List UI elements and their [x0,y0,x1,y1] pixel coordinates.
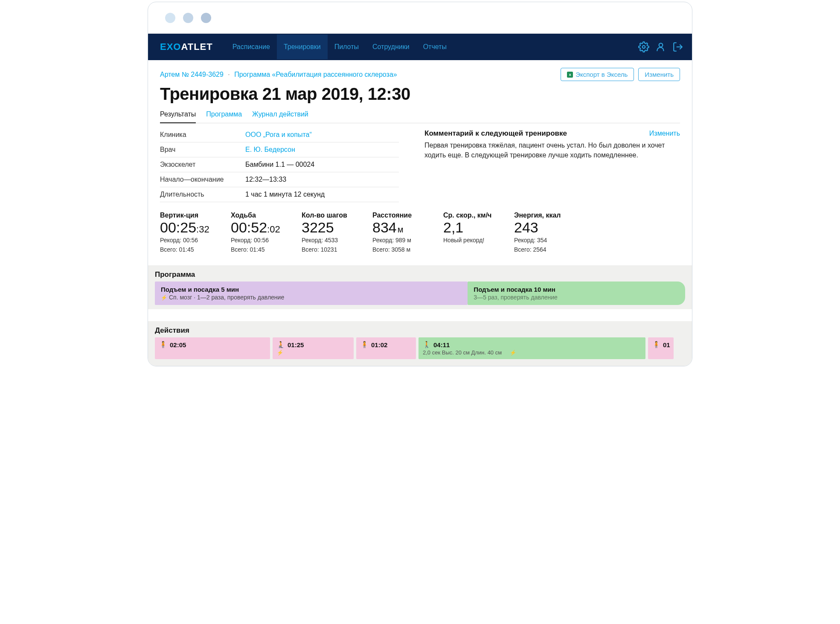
browser-window: EXOATLET Расписание Тренировки Пилоты Со… [148,2,692,366]
clinic-link[interactable]: ООО „Рога и копыта“ [245,131,312,139]
bolt-icon [161,294,167,301]
sitting-icon [277,341,285,348]
logo-accent: EXO [160,41,181,52]
gear-icon[interactable] [638,41,649,52]
info-start-end: Начало—окончание 12:32—13:33 [160,172,399,187]
content-area: Артем № 2449-3629 · Программа «Реабилита… [148,60,692,253]
program-timeline: Подъем и посадка 5 мин Сп. мозг · 1—2 ра… [148,282,692,309]
info-table: Клиника ООО „Рога и копыта“ Врач Е. Ю. Б… [160,128,399,202]
stat-label: Энергия, ккал [514,212,574,219]
walking-icon [423,341,431,348]
action-block[interactable]: 04:11 2,0 сек Выс. 20 см Длин. 40 см [419,337,645,359]
info-label: Клиника [160,131,245,139]
info-value: Бамбини 1.1 — 00024 [245,161,314,168]
program-block-title: Подъем и посадка 10 мин [474,286,679,293]
svg-point-1 [659,43,663,47]
page-title: Тренировка 21 мар 2019, 12:30 [160,84,680,104]
logout-icon[interactable] [672,41,683,52]
info-label: Экзоскелет [160,161,245,168]
action-row: 04:11 [423,341,641,348]
comment-body: Первая тренировка тяжёлая, пациент очень… [424,140,680,160]
doctor-link[interactable]: Е. Ю. Бедерсон [245,146,295,154]
info-label: Начало—окончание [160,176,245,183]
logo-rest: ATLET [181,41,212,52]
stat-total: Всего: 10231 [302,246,361,253]
actions-timeline: 02:05 01:25 01:02 04:11 2,0 сек Выс. 20 … [148,337,692,366]
comment-edit-link[interactable]: Изменить [649,130,680,137]
program-block-detail: Сп. мозг · 1—2 раза, проверять давление [161,294,462,301]
stat-distance: Расстояние 834м Рекорд: 989 м Всего: 305… [372,212,432,253]
details-columns: Клиника ООО „Рога и копыта“ Врач Е. Ю. Б… [160,128,680,202]
stat-total: Всего: 2564 [514,246,574,253]
user-icon[interactable] [655,41,666,52]
bolt-icon [277,349,283,356]
stat-value: 3225 [302,220,361,235]
tab-results[interactable]: Результаты [160,108,196,123]
stat-energy: Энергия, ккал 243 Рекорд: 354 Всего: 256… [514,212,574,253]
stat-speed: Ср. скор., км/ч 2,1 Новый рекорд! [443,212,503,253]
stat-total: Всего: 01:45 [160,246,220,253]
info-label: Длительность [160,191,245,198]
stat-record: Рекорд: 989 м [372,236,432,244]
standing-icon [652,341,660,348]
stat-label: Вертик-ция [160,212,220,219]
stat-label: Кол-во шагов [302,212,361,219]
action-row: 01:25 [277,341,349,348]
actions-header: Действия [148,321,692,337]
stat-vertical: Вертик-ция 00:25:32 Рекорд: 00:56 Всего:… [160,212,220,253]
stat-label: Ср. скор., км/ч [443,212,503,219]
nav-trainings[interactable]: Тренировки [277,35,328,59]
breadcrumb-row: Артем № 2449-3629 · Программа «Реабилита… [160,68,680,81]
action-detail [277,349,349,356]
info-clinic: Клиника ООО „Рога и копыта“ [160,128,399,142]
program-block-detail: 3—5 раз, проверять давление [474,294,679,301]
action-row: 02:05 [159,341,266,348]
svg-point-0 [642,46,645,49]
info-value: 1 час 1 минута 12 секунд [245,191,325,198]
bolt-icon [510,349,516,356]
stat-value: 00:25:32 [160,220,220,235]
info-doctor: Врач Е. Ю. Бедерсон [160,142,399,157]
info-value: 12:32—13:33 [245,176,286,183]
action-row: 01:02 [360,341,412,348]
window-dot [183,13,193,23]
program-block[interactable]: Подъем и посадка 5 мин Сп. мозг · 1—2 ра… [155,282,468,305]
stat-total: Всего: 3058 м [372,246,432,253]
logo[interactable]: EXOATLET [160,41,213,52]
stat-record: Рекорд: 354 [514,236,574,244]
edit-button[interactable]: Изменить [638,68,680,81]
program-block[interactable]: Подъем и посадка 10 мин 3—5 раз, проверя… [468,282,685,305]
action-block[interactable]: 01:25 [273,337,354,359]
comment-header: Комментарий к следующей тренировке Измен… [424,129,680,138]
stat-record: Новый рекорд! [443,236,503,244]
nav-employees[interactable]: Сотрудники [366,35,416,59]
stat-record: Рекорд: 00:56 [160,236,220,244]
info-duration: Длительность 1 час 1 минута 12 секунд [160,187,399,202]
nav-reports[interactable]: Отчеты [416,35,453,59]
tab-action-log[interactable]: Журнал действий [252,108,308,123]
tabs: Результаты Программа Журнал действий [160,108,680,123]
nav-schedule[interactable]: Расписание [226,35,277,59]
stat-value: 834м [372,220,432,235]
tab-program[interactable]: Программа [206,108,242,123]
info-exoskeleton: Экзоскелет Бамбини 1.1 — 00024 [160,157,399,172]
breadcrumb-patient[interactable]: Артем № 2449-3629 [160,71,224,78]
window-decoration [148,2,692,34]
breadcrumb-separator: · [228,71,230,78]
stat-value: 00:52:02 [231,220,291,235]
export-label: Экспорт в Эксель [576,71,628,78]
export-excel-button[interactable]: x Экспорт в Эксель [561,68,634,81]
breadcrumb-program[interactable]: Программа «Реабилитация рассеянного скле… [234,71,397,78]
stat-value: 243 [514,220,574,235]
action-block[interactable]: 01 [648,337,674,359]
header-icons [638,41,683,52]
stat-walk: Ходьба 00:52:02 Рекорд: 00:56 Всего: 01:… [231,212,291,253]
stat-label: Расстояние [372,212,432,219]
nav-pilots[interactable]: Пилоты [328,35,366,59]
action-block[interactable]: 02:05 [155,337,270,359]
app-header: EXOATLET Расписание Тренировки Пилоты Со… [148,34,692,60]
stat-label: Ходьба [231,212,291,219]
stat-record: Рекорд: 4533 [302,236,361,244]
action-block[interactable]: 01:02 [356,337,416,359]
window-dot [201,13,211,23]
